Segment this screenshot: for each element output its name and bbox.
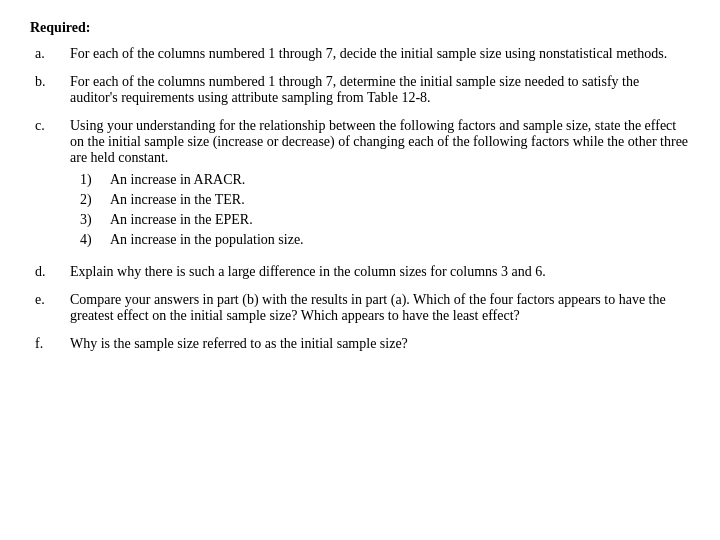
section-c-content: Using your understanding for the relatio… <box>70 118 690 252</box>
required-label: Required: <box>30 20 690 36</box>
sub-item-1: 1) An increase in ARACR. <box>80 172 690 188</box>
section-e-content: Compare your answers in part (b) with th… <box>70 292 690 324</box>
section-d: d. Explain why there is such a large dif… <box>30 264 690 280</box>
sub-item-2-num: 2) <box>80 192 110 208</box>
section-e-letter: e. <box>30 292 70 324</box>
section-b: b. For each of the columns numbered 1 th… <box>30 74 690 106</box>
section-b-letter: b. <box>30 74 70 106</box>
sub-item-2: 2) An increase in the TER. <box>80 192 690 208</box>
sub-item-1-num: 1) <box>80 172 110 188</box>
sub-item-1-text: An increase in ARACR. <box>110 172 690 188</box>
sub-item-3-text: An increase in the EPER. <box>110 212 690 228</box>
section-d-content: Explain why there is such a large differ… <box>70 264 690 280</box>
section-e: e. Compare your answers in part (b) with… <box>30 292 690 324</box>
sub-item-4-num: 4) <box>80 232 110 248</box>
section-f-content: Why is the sample size referred to as th… <box>70 336 690 352</box>
section-d-letter: d. <box>30 264 70 280</box>
section-c-letter: c. <box>30 118 70 252</box>
sub-item-3-num: 3) <box>80 212 110 228</box>
section-c: c. Using your understanding for the rela… <box>30 118 690 252</box>
section-a-content: For each of the columns numbered 1 throu… <box>70 46 690 62</box>
sub-item-3: 3) An increase in the EPER. <box>80 212 690 228</box>
section-a: a. For each of the columns numbered 1 th… <box>30 46 690 62</box>
sub-item-2-text: An increase in the TER. <box>110 192 690 208</box>
sub-item-4: 4) An increase in the population size. <box>80 232 690 248</box>
sub-list-c: 1) An increase in ARACR. 2) An increase … <box>80 172 690 248</box>
sub-item-4-text: An increase in the population size. <box>110 232 690 248</box>
section-a-letter: a. <box>30 46 70 62</box>
section-f: f. Why is the sample size referred to as… <box>30 336 690 352</box>
section-c-text: Using your understanding for the relatio… <box>70 118 688 165</box>
section-b-content: For each of the columns numbered 1 throu… <box>70 74 690 106</box>
section-f-letter: f. <box>30 336 70 352</box>
